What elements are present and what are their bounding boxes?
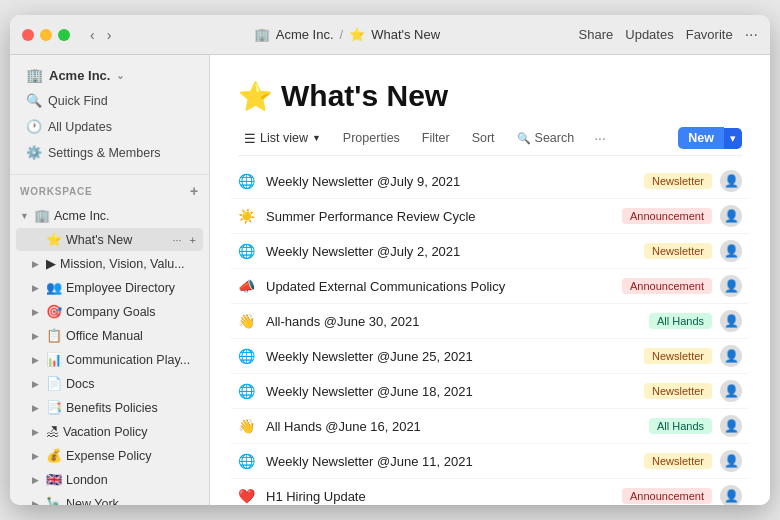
table-row[interactable]: 🌐Weekly Newsletter @July 9, 2021Newslett…	[230, 164, 750, 199]
sidebar-item-quick-find[interactable]: 🔍 Quick Find	[20, 88, 199, 113]
breadcrumb: 🏢 Acme Inc. / ⭐ What's New	[123, 27, 570, 42]
back-button[interactable]: ‹	[86, 25, 99, 45]
properties-button[interactable]: Properties	[337, 128, 406, 148]
sidebar-item-mission[interactable]: ▶ ▶ Mission, Vision, Valu...	[16, 252, 203, 275]
row-badge: Newsletter	[644, 453, 712, 469]
table-row[interactable]: ❤️H1 Hiring UpdateAnnouncement👤	[230, 479, 750, 505]
workspace-label: Acme Inc.	[49, 68, 110, 83]
list-icon: ☰	[244, 131, 256, 146]
avatar: 👤	[720, 205, 742, 227]
sidebar-item-label: Benefits Policies	[66, 401, 199, 415]
benefits-icon: 📑	[46, 400, 62, 415]
row-badge: Newsletter	[644, 243, 712, 259]
avatar: 👤	[720, 450, 742, 472]
new-button-group: New ▾	[678, 127, 742, 149]
table-row[interactable]: 👋All Hands @June 16, 2021All Hands👤	[230, 409, 750, 444]
row-label: Weekly Newsletter @June 18, 2021	[266, 384, 636, 399]
add-child-button[interactable]: +	[187, 233, 199, 247]
sidebar-item-label: Vacation Policy	[63, 425, 199, 439]
table-row[interactable]: 🌐Weekly Newsletter @July 2, 2021Newslett…	[230, 234, 750, 269]
sidebar-item-benefits[interactable]: ▶ 📑 Benefits Policies	[16, 396, 203, 419]
sidebar-item-settings[interactable]: ⚙️ Settings & Members	[20, 140, 199, 165]
favorite-button[interactable]: Favorite	[686, 27, 733, 42]
updates-button[interactable]: Updates	[625, 27, 673, 42]
sidebar-item-london[interactable]: ▶ 🇬🇧 London	[16, 468, 203, 491]
table-row[interactable]: 🌐Weekly Newsletter @June 18, 2021Newslet…	[230, 374, 750, 409]
row-badge: Announcement	[622, 278, 712, 294]
share-button[interactable]: Share	[579, 27, 614, 42]
sidebar-top: 🏢 Acme Inc. ⌄ 🔍 Quick Find 🕐 All Updates…	[10, 55, 209, 175]
row-badge: Newsletter	[644, 383, 712, 399]
search-button[interactable]: 🔍 Search	[511, 128, 581, 148]
vacation-icon: 🏖	[46, 424, 59, 439]
sidebar-item-label: Quick Find	[48, 94, 108, 108]
sidebar-item-label: All Updates	[48, 120, 112, 134]
manual-icon: 📋	[46, 328, 62, 343]
table-row[interactable]: 👋All-hands @June 30, 2021All Hands👤	[230, 304, 750, 339]
maximize-button[interactable]	[58, 29, 70, 41]
sidebar-item-docs[interactable]: ▶ 📄 Docs	[16, 372, 203, 395]
sidebar-item-new-york[interactable]: ▶ 🗽 New York	[16, 492, 203, 505]
new-york-icon: 🗽	[46, 496, 62, 505]
table-row[interactable]: 🌐Weekly Newsletter @June 25, 2021Newslet…	[230, 339, 750, 374]
sidebar-item-expense[interactable]: ▶ 💰 Expense Policy	[16, 444, 203, 467]
minimize-button[interactable]	[40, 29, 52, 41]
breadcrumb-page[interactable]: What's New	[371, 27, 440, 42]
sidebar-item-whats-new[interactable]: ⭐ What's New ··· +	[16, 228, 203, 251]
workspace-icon: 🏢	[254, 27, 270, 42]
add-page-button[interactable]: +	[190, 183, 199, 199]
view-selector[interactable]: ☰ List view ▼	[238, 128, 327, 149]
close-button[interactable]	[22, 29, 34, 41]
sidebar-tree: ▼ 🏢 Acme Inc. ⭐ What's New ··· + ▶	[10, 203, 209, 505]
row-icon: 📣	[238, 278, 258, 294]
more-options-button[interactable]: ···	[745, 26, 758, 44]
sidebar-item-company-goals[interactable]: ▶ 🎯 Company Goals	[16, 300, 203, 323]
sidebar-item-acme-root[interactable]: ▼ 🏢 Acme Inc.	[16, 204, 203, 227]
sidebar: 🏢 Acme Inc. ⌄ 🔍 Quick Find 🕐 All Updates…	[10, 55, 210, 505]
row-icon: 🌐	[238, 243, 258, 259]
sidebar-item-communication-play[interactable]: ▶ 📊 Communication Play...	[16, 348, 203, 371]
communication-icon: 📊	[46, 352, 62, 367]
page-title-emoji: ⭐	[238, 80, 273, 113]
toolbar-more-button[interactable]: ···	[590, 127, 610, 149]
sidebar-item-vacation[interactable]: ▶ 🏖 Vacation Policy	[16, 420, 203, 443]
row-label: Weekly Newsletter @July 9, 2021	[266, 174, 636, 189]
toolbar: ☰ List view ▼ Properties Filter Sort 🔍 S…	[238, 127, 742, 156]
table-row[interactable]: 🌐Weekly Newsletter @June 11, 2021Newslet…	[230, 444, 750, 479]
breadcrumb-star-icon: ⭐	[349, 27, 365, 42]
sidebar-item-label: Acme Inc.	[54, 209, 199, 223]
workspace-header[interactable]: 🏢 Acme Inc. ⌄	[20, 63, 199, 87]
london-icon: 🇬🇧	[46, 472, 62, 487]
sort-button[interactable]: Sort	[466, 128, 501, 148]
new-button-caret[interactable]: ▾	[724, 128, 742, 149]
filter-button[interactable]: Filter	[416, 128, 456, 148]
content-area: ⭐ What's New ☰ List view ▼ Properties Fi…	[210, 55, 770, 505]
main-layout: 🏢 Acme Inc. ⌄ 🔍 Quick Find 🕐 All Updates…	[10, 55, 770, 505]
breadcrumb-workspace[interactable]: Acme Inc.	[276, 27, 334, 42]
sidebar-item-all-updates[interactable]: 🕐 All Updates	[20, 114, 199, 139]
row-icon: 🌐	[238, 453, 258, 469]
sidebar-item-label: What's New	[66, 233, 165, 247]
chevron-right-icon: ▶	[32, 379, 42, 389]
titlebar: ‹ › 🏢 Acme Inc. / ⭐ What's New Share Upd…	[10, 15, 770, 55]
row-label: Updated External Communications Policy	[266, 279, 614, 294]
acme-icon: 🏢	[34, 208, 50, 223]
table-row[interactable]: ☀️Summer Performance Review CycleAnnounc…	[230, 199, 750, 234]
chevron-right-icon: ▶	[32, 475, 42, 485]
table-row[interactable]: 📣Updated External Communications PolicyA…	[230, 269, 750, 304]
sidebar-item-employee-directory[interactable]: ▶ 👥 Employee Directory	[16, 276, 203, 299]
row-icon: ❤️	[238, 488, 258, 504]
chevron-right-icon: ▶	[32, 331, 42, 341]
row-badge: All Hands	[649, 418, 712, 434]
forward-button[interactable]: ›	[103, 25, 116, 45]
chevron-right-icon: ▶	[32, 427, 42, 437]
new-button[interactable]: New	[678, 127, 724, 149]
view-label: List view	[260, 131, 308, 145]
sidebar-item-label: Company Goals	[66, 305, 199, 319]
workspace-icon: 🏢	[26, 67, 43, 83]
sidebar-item-office-manual[interactable]: ▶ 📋 Office Manual	[16, 324, 203, 347]
workspace-caret-icon: ⌄	[116, 70, 124, 81]
more-options-button[interactable]: ···	[169, 233, 184, 247]
avatar: 👤	[720, 310, 742, 332]
titlebar-actions: Share Updates Favorite ···	[579, 26, 758, 44]
